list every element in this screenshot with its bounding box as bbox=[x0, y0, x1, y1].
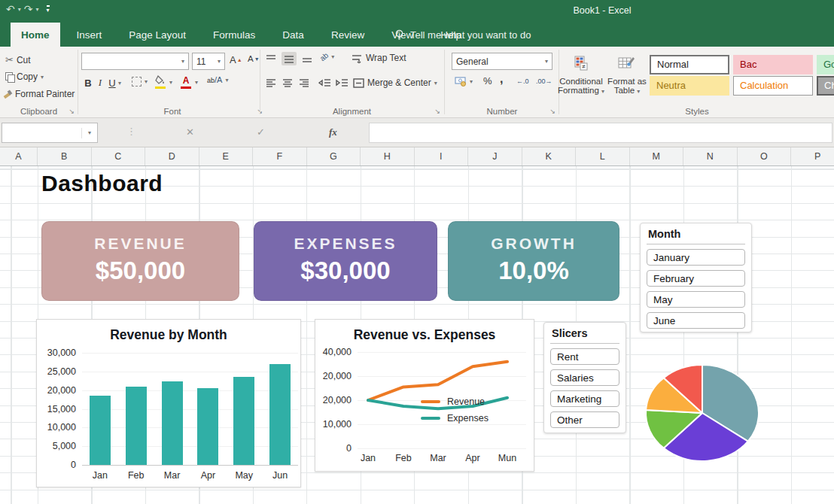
comma-style-button[interactable]: , bbox=[500, 72, 503, 86]
alignment-dialog-launcher-icon[interactable]: ↘ bbox=[434, 108, 440, 115]
undo-icon[interactable]: ↶ bbox=[6, 3, 15, 15]
shrink-font-button[interactable]: A▼ bbox=[248, 54, 260, 63]
tab-data[interactable]: Data bbox=[272, 23, 315, 47]
bold-button[interactable]: B bbox=[82, 77, 94, 89]
column-header-e[interactable]: E bbox=[199, 147, 254, 165]
cut-icon: ✂ bbox=[5, 54, 14, 65]
increase-indent-button[interactable] bbox=[336, 77, 349, 88]
align-middle-button[interactable] bbox=[282, 52, 297, 65]
slicer-item-rent[interactable]: Rent bbox=[550, 348, 619, 365]
tab-formulas[interactable]: Formulas bbox=[202, 23, 266, 47]
align-top-button[interactable] bbox=[265, 53, 277, 64]
wrap-text-button[interactable]: Wrap Text bbox=[352, 53, 406, 63]
bar-chart-panel[interactable]: Revenue by Month 30,00025,00020,00015,00… bbox=[36, 319, 301, 487]
column-header-o[interactable]: O bbox=[738, 147, 792, 165]
cell-style-bac[interactable]: Bac bbox=[733, 55, 813, 74]
column-header-b[interactable]: B bbox=[38, 147, 92, 165]
kpi-card-expenses[interactable]: EXPENSES$30,000 bbox=[254, 221, 437, 301]
month-slicer-item-january[interactable]: January bbox=[647, 249, 745, 266]
formula-bar-resizer[interactable]: ⋮ bbox=[126, 126, 136, 137]
name-box[interactable]: ▾ bbox=[2, 123, 98, 143]
undo-caret-icon[interactable]: ▾ bbox=[18, 6, 21, 13]
legend-label-expenses: Expenses bbox=[447, 413, 489, 424]
merge-center-button[interactable]: Merge & Center ▾ bbox=[353, 77, 437, 88]
slicer-item-salaries[interactable]: Salaries bbox=[550, 369, 619, 386]
month-slicer-item-june[interactable]: June bbox=[647, 312, 745, 329]
bar-chart-ytick: 5,000 bbox=[37, 441, 76, 451]
percent-style-button[interactable]: % bbox=[483, 75, 492, 87]
align-right-button[interactable] bbox=[298, 77, 310, 88]
cancel-formula-button[interactable]: ✕ bbox=[186, 126, 194, 138]
kpi-card-revenue[interactable]: REVENUE$50,000 bbox=[41, 221, 239, 301]
cell-style-neutra[interactable]: Neutra bbox=[650, 76, 729, 96]
font-name-combobox[interactable]: ▾ bbox=[81, 53, 189, 70]
redo-caret-icon[interactable]: ▾ bbox=[35, 6, 38, 13]
slicer-item-marketing[interactable]: Marketing bbox=[550, 390, 619, 407]
accounting-icon bbox=[455, 76, 467, 87]
italic-button[interactable]: I bbox=[94, 77, 106, 89]
orientation-button[interactable]: ab ▾ bbox=[320, 53, 334, 61]
orientation-caret-icon: ▾ bbox=[331, 53, 334, 60]
kpi-card-value: 10,0% bbox=[449, 257, 619, 285]
column-header-m[interactable]: M bbox=[630, 147, 684, 165]
tab-review[interactable]: Review bbox=[321, 23, 375, 47]
cell-style-good[interactable]: Good bbox=[817, 55, 834, 74]
underline-caret-icon[interactable]: ▾ bbox=[118, 80, 121, 87]
column-header-k[interactable]: K bbox=[522, 147, 577, 165]
align-bottom-button[interactable] bbox=[301, 53, 313, 64]
line-chart-panel[interactable]: Revenue vs. Expenses 40,00020,00020,0001… bbox=[315, 319, 534, 472]
cell-style-check-cell[interactable]: Check Cell bbox=[817, 76, 834, 96]
kpi-card-growth[interactable]: GROWTH10,0% bbox=[448, 221, 619, 301]
column-header-h[interactable]: H bbox=[361, 147, 415, 165]
redo-icon[interactable]: ↷ bbox=[24, 3, 33, 15]
increase-decimal-button[interactable]: ←.0 bbox=[516, 77, 529, 85]
format-as-table-button[interactable]: Format as Table ▾ bbox=[602, 51, 652, 95]
font-size-combobox[interactable]: 11 ▾ bbox=[192, 53, 225, 70]
cell-style-calculation[interactable]: Calculation bbox=[733, 76, 813, 96]
copy-icon bbox=[5, 72, 14, 81]
column-header-g[interactable]: G bbox=[307, 147, 361, 165]
tab-insert[interactable]: Insert bbox=[66, 23, 113, 47]
column-header-n[interactable]: N bbox=[683, 147, 738, 165]
grow-font-button[interactable]: A▲ bbox=[230, 54, 242, 65]
tab-page-layout[interactable]: Page Layout bbox=[118, 23, 196, 47]
decrease-indent-button[interactable] bbox=[318, 77, 331, 88]
formula-input[interactable] bbox=[369, 123, 832, 143]
phonetic-button[interactable]: ab/A ▾ bbox=[207, 75, 228, 84]
customize-quick-access-icon[interactable]: ▾ bbox=[47, 5, 50, 14]
column-header-a[interactable]: A bbox=[0, 147, 38, 165]
cut-button[interactable]: ✂ Cut bbox=[5, 54, 31, 65]
column-header-l[interactable]: L bbox=[576, 147, 630, 165]
underline-button[interactable]: U bbox=[106, 77, 118, 89]
column-header-p[interactable]: P bbox=[791, 147, 834, 165]
accounting-format-button[interactable]: ▾ bbox=[455, 76, 473, 87]
number-format-combobox[interactable]: General ▾ bbox=[452, 53, 552, 70]
column-header-j[interactable]: J bbox=[468, 147, 522, 165]
font-color-button[interactable]: A ▾ bbox=[180, 75, 198, 89]
tab-home[interactable]: Home bbox=[11, 23, 60, 47]
decrease-decimal-button[interactable]: .00→ bbox=[536, 77, 552, 85]
copy-button[interactable]: Copy ▾ bbox=[5, 71, 44, 82]
borders-button[interactable]: ▾ bbox=[132, 77, 148, 87]
column-header-f[interactable]: F bbox=[253, 147, 307, 165]
insert-function-button[interactable]: fx bbox=[329, 126, 337, 138]
number-dialog-launcher-icon[interactable]: ↘ bbox=[549, 108, 555, 115]
cell-style-normal[interactable]: Normal bbox=[650, 55, 729, 74]
column-header-d[interactable]: D bbox=[145, 147, 199, 165]
number-format-value: General bbox=[456, 56, 489, 67]
column-header-c[interactable]: C bbox=[92, 147, 146, 165]
align-left-button[interactable] bbox=[265, 77, 277, 88]
month-slicer-item-february[interactable]: February bbox=[647, 270, 745, 287]
conditional-formatting-button[interactable]: ≠ Conditional Formatting ▾ bbox=[556, 51, 606, 95]
sheet-grid[interactable]: Dashboard REVENUE$50,000EXPENSES$30,000G… bbox=[0, 166, 834, 504]
slicer-item-other[interactable]: Other bbox=[550, 411, 619, 428]
pie-chart[interactable] bbox=[642, 362, 762, 464]
format-painter-button[interactable]: Format Painter bbox=[3, 89, 75, 99]
align-center-button[interactable] bbox=[282, 77, 294, 88]
tell-me-box[interactable]: Tell me what you want to do bbox=[394, 23, 531, 47]
enter-formula-button[interactable]: ✓ bbox=[257, 126, 265, 138]
clipboard-dialog-launcher-icon[interactable]: ↘ bbox=[68, 108, 75, 115]
fill-color-button[interactable]: ▾ bbox=[154, 75, 172, 89]
month-slicer-item-may[interactable]: May bbox=[647, 291, 745, 308]
column-header-i[interactable]: I bbox=[415, 147, 469, 165]
